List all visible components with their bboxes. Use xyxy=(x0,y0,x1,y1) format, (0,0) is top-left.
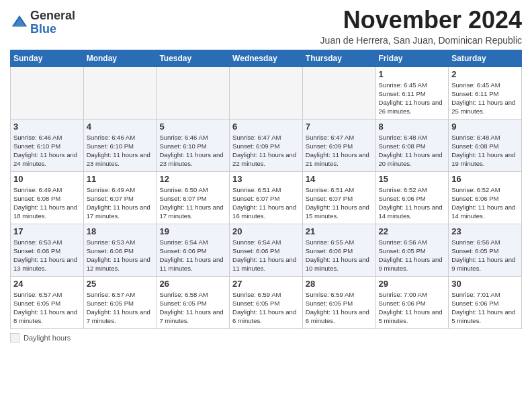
day-number: 4 xyxy=(87,122,154,132)
calendar-cell: 27Sunrise: 6:59 AM Sunset: 6:05 PM Dayli… xyxy=(230,276,303,328)
day-number: 19 xyxy=(159,226,226,236)
day-number: 15 xyxy=(379,174,446,184)
day-number: 22 xyxy=(379,226,446,236)
calendar-cell: 10Sunrise: 6:49 AM Sunset: 6:08 PM Dayli… xyxy=(11,171,84,224)
day-info: Sunrise: 6:46 AM Sunset: 6:10 PM Dayligh… xyxy=(159,133,226,169)
header-wednesday: Wednesday xyxy=(230,50,303,66)
day-number: 3 xyxy=(13,122,81,132)
calendar-cell: 26Sunrise: 6:58 AM Sunset: 6:05 PM Dayli… xyxy=(157,276,230,328)
day-number: 7 xyxy=(306,122,373,132)
day-number: 6 xyxy=(232,122,300,132)
calendar-cell: 25Sunrise: 6:57 AM Sunset: 6:05 PM Dayli… xyxy=(83,276,157,328)
day-info: Sunrise: 6:45 AM Sunset: 6:11 PM Dayligh… xyxy=(379,81,446,116)
calendar-cell: 15Sunrise: 6:52 AM Sunset: 6:06 PM Dayli… xyxy=(375,171,449,224)
logo-text: General Blue xyxy=(30,9,75,36)
header-friday: Friday xyxy=(375,50,449,66)
day-number: 29 xyxy=(379,279,446,289)
logo-general: General xyxy=(30,9,75,23)
day-number: 26 xyxy=(159,279,226,289)
calendar-cell: 20Sunrise: 6:54 AM Sunset: 6:06 PM Dayli… xyxy=(230,224,303,276)
day-number: 2 xyxy=(451,69,519,79)
logo: General Blue xyxy=(10,9,75,36)
day-info: Sunrise: 6:57 AM Sunset: 6:05 PM Dayligh… xyxy=(87,290,154,326)
title-block: November 2024 Juan de Herrera, San Juan,… xyxy=(320,7,522,46)
header-thursday: Thursday xyxy=(302,50,375,66)
day-info: Sunrise: 6:47 AM Sunset: 6:09 PM Dayligh… xyxy=(232,133,300,169)
header-tuesday: Tuesday xyxy=(157,50,230,66)
calendar-cell: 3Sunrise: 6:46 AM Sunset: 6:10 PM Daylig… xyxy=(11,119,84,171)
day-number: 5 xyxy=(159,122,226,132)
calendar-cell: 11Sunrise: 6:49 AM Sunset: 6:07 PM Dayli… xyxy=(83,171,157,224)
day-info: Sunrise: 6:55 AM Sunset: 6:06 PM Dayligh… xyxy=(306,238,373,273)
header-monday: Monday xyxy=(83,50,157,66)
day-info: Sunrise: 6:56 AM Sunset: 6:05 PM Dayligh… xyxy=(451,238,519,273)
calendar-week-2: 10Sunrise: 6:49 AM Sunset: 6:08 PM Dayli… xyxy=(11,171,522,224)
calendar-cell: 19Sunrise: 6:54 AM Sunset: 6:06 PM Dayli… xyxy=(157,224,230,276)
day-number: 28 xyxy=(306,279,373,289)
location: Juan de Herrera, San Juan, Dominican Rep… xyxy=(320,35,522,46)
calendar-cell: 8Sunrise: 6:48 AM Sunset: 6:08 PM Daylig… xyxy=(375,119,449,171)
calendar-week-3: 17Sunrise: 6:53 AM Sunset: 6:06 PM Dayli… xyxy=(11,224,522,276)
calendar: Sunday Monday Tuesday Wednesday Thursday… xyxy=(10,50,522,329)
calendar-week-0: 1Sunrise: 6:45 AM Sunset: 6:11 PM Daylig… xyxy=(11,66,522,119)
page: General Blue November 2024 Juan de Herre… xyxy=(0,0,532,349)
day-info: Sunrise: 6:56 AM Sunset: 6:05 PM Dayligh… xyxy=(379,238,446,273)
month-title: November 2024 xyxy=(320,7,522,34)
logo-blue: Blue xyxy=(30,23,75,36)
day-number: 14 xyxy=(306,174,373,184)
day-info: Sunrise: 6:46 AM Sunset: 6:10 PM Dayligh… xyxy=(87,133,154,169)
day-info: Sunrise: 6:57 AM Sunset: 6:05 PM Dayligh… xyxy=(13,290,81,326)
day-number: 1 xyxy=(379,69,446,79)
calendar-cell: 24Sunrise: 6:57 AM Sunset: 6:05 PM Dayli… xyxy=(11,276,84,328)
day-info: Sunrise: 6:59 AM Sunset: 6:05 PM Dayligh… xyxy=(232,290,300,326)
calendar-cell: 4Sunrise: 6:46 AM Sunset: 6:10 PM Daylig… xyxy=(83,119,157,171)
calendar-cell: 23Sunrise: 6:56 AM Sunset: 6:05 PM Dayli… xyxy=(449,224,522,276)
day-info: Sunrise: 6:53 AM Sunset: 6:06 PM Dayligh… xyxy=(87,238,154,273)
day-number: 25 xyxy=(87,279,154,289)
day-info: Sunrise: 6:54 AM Sunset: 6:06 PM Dayligh… xyxy=(232,238,300,273)
calendar-cell: 12Sunrise: 6:50 AM Sunset: 6:07 PM Dayli… xyxy=(157,171,230,224)
calendar-cell: 16Sunrise: 6:52 AM Sunset: 6:06 PM Dayli… xyxy=(449,171,522,224)
calendar-cell: 21Sunrise: 6:55 AM Sunset: 6:06 PM Dayli… xyxy=(302,224,375,276)
day-info: Sunrise: 6:48 AM Sunset: 6:08 PM Dayligh… xyxy=(451,133,519,169)
day-number: 8 xyxy=(379,122,446,132)
day-number: 18 xyxy=(87,226,154,236)
calendar-cell: 7Sunrise: 6:47 AM Sunset: 6:09 PM Daylig… xyxy=(302,119,375,171)
logo-icon xyxy=(10,13,29,32)
day-info: Sunrise: 7:01 AM Sunset: 6:06 PM Dayligh… xyxy=(451,290,519,326)
day-info: Sunrise: 6:49 AM Sunset: 6:08 PM Dayligh… xyxy=(13,185,81,221)
day-number: 23 xyxy=(451,226,519,236)
calendar-cell xyxy=(157,66,230,119)
day-number: 24 xyxy=(13,279,81,289)
calendar-cell: 17Sunrise: 6:53 AM Sunset: 6:06 PM Dayli… xyxy=(11,224,84,276)
day-info: Sunrise: 6:50 AM Sunset: 6:07 PM Dayligh… xyxy=(159,185,226,221)
calendar-cell xyxy=(11,66,84,119)
day-number: 13 xyxy=(232,174,300,184)
calendar-cell: 5Sunrise: 6:46 AM Sunset: 6:10 PM Daylig… xyxy=(157,119,230,171)
day-info: Sunrise: 6:45 AM Sunset: 6:11 PM Dayligh… xyxy=(451,81,519,116)
legend-label: Daylight hours xyxy=(24,334,71,342)
header-saturday: Saturday xyxy=(449,50,522,66)
day-info: Sunrise: 6:47 AM Sunset: 6:09 PM Dayligh… xyxy=(306,133,373,169)
day-info: Sunrise: 6:58 AM Sunset: 6:05 PM Dayligh… xyxy=(159,290,226,326)
day-number: 9 xyxy=(451,122,519,132)
day-number: 17 xyxy=(13,226,81,236)
calendar-cell: 29Sunrise: 7:00 AM Sunset: 6:06 PM Dayli… xyxy=(375,276,449,328)
day-info: Sunrise: 6:49 AM Sunset: 6:07 PM Dayligh… xyxy=(87,185,154,221)
day-number: 30 xyxy=(451,279,519,289)
header-sunday: Sunday xyxy=(11,50,84,66)
legend-box xyxy=(10,333,19,342)
calendar-cell: 22Sunrise: 6:56 AM Sunset: 6:05 PM Dayli… xyxy=(375,224,449,276)
calendar-cell: 30Sunrise: 7:01 AM Sunset: 6:06 PM Dayli… xyxy=(449,276,522,328)
day-info: Sunrise: 6:51 AM Sunset: 6:07 PM Dayligh… xyxy=(306,185,373,221)
day-info: Sunrise: 7:00 AM Sunset: 6:06 PM Dayligh… xyxy=(379,290,446,326)
day-number: 16 xyxy=(451,174,519,184)
day-info: Sunrise: 6:54 AM Sunset: 6:06 PM Dayligh… xyxy=(159,238,226,273)
day-number: 11 xyxy=(87,174,154,184)
day-number: 10 xyxy=(13,174,81,184)
calendar-cell xyxy=(302,66,375,119)
calendar-cell: 2Sunrise: 6:45 AM Sunset: 6:11 PM Daylig… xyxy=(449,66,522,119)
calendar-header-row: Sunday Monday Tuesday Wednesday Thursday… xyxy=(11,50,522,66)
calendar-cell: 9Sunrise: 6:48 AM Sunset: 6:08 PM Daylig… xyxy=(449,119,522,171)
header: General Blue November 2024 Juan de Herre… xyxy=(10,7,522,46)
